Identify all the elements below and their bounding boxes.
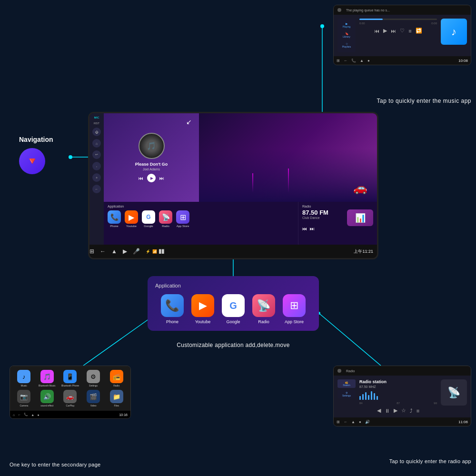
popup-sidebar: ▶Playing 🔖Library ☆Playlists: [337, 19, 356, 52]
rp-next-btn[interactable]: ▶: [394, 407, 397, 414]
power-btn[interactable]: ⏻: [92, 128, 101, 136]
vol-down-btn[interactable]: -: [92, 162, 101, 170]
rp-sb-circle-icon[interactable]: ●: [359, 420, 361, 424]
popup-call-icon[interactable]: 📞: [351, 59, 356, 63]
zoom-google[interactable]: G Google: [222, 294, 245, 324]
car-screen: MIC RST ⏻ ⌂ ↩ - + ← ↙ 🎵: [88, 112, 378, 259]
popup-statusbar: ⊞ ← 📞 ▲ ● 10:08: [334, 56, 471, 65]
sb-mic-icon[interactable]: 🎤: [133, 248, 140, 255]
zoom-radio-icon: 📡: [252, 294, 275, 317]
sec-camera[interactable]: 📷 Camera: [14, 390, 34, 407]
app-panel-zoom-caption: Customizable application add,delete.move: [148, 342, 319, 348]
home-ctrl-btn[interactable]: ⌂: [92, 139, 101, 148]
google-icon: G: [142, 210, 155, 224]
navigation-icon[interactable]: 🔻: [19, 148, 45, 174]
rp-list-btn[interactable]: ≡: [416, 408, 419, 414]
music-controls: ⏮ ▶ ⏭: [139, 174, 164, 182]
app-item-phone[interactable]: 📞 Phone: [108, 210, 121, 228]
app-item-google[interactable]: G Google: [142, 210, 155, 228]
rp-share-btn[interactable]: ⤴: [410, 408, 413, 414]
popup-album-art: ♪: [441, 19, 467, 45]
rp-sidebar-station[interactable]: 📻Station: [337, 379, 356, 388]
zoom-appstore[interactable]: ⊞ App Store: [283, 294, 306, 324]
svg-line-7: [319, 313, 381, 366]
sec-files[interactable]: 📁 Files: [106, 390, 127, 407]
zoom-youtube[interactable]: ▶ Youtube: [191, 294, 214, 324]
popup-home-icon[interactable]: ⊞: [337, 59, 340, 63]
sec-bt-music-label: Bluetooth Music: [39, 384, 56, 387]
next-btn[interactable]: ⏭: [159, 176, 164, 181]
rp-sb-vol-icon[interactable]: 🔊: [365, 420, 370, 424]
radio-popup-main: Radio station 87.50 MHZ 84 87 90 ◀ ⏸ ▶ ☆: [359, 379, 437, 414]
rp-pause-btn[interactable]: ⏸: [385, 408, 390, 414]
back-ctrl-btn[interactable]: ↩: [92, 150, 101, 159]
rp-sb-back-icon[interactable]: ←: [344, 420, 347, 424]
rp-fav-btn[interactable]: ☆: [401, 407, 406, 414]
radio-popup-scale: [359, 390, 437, 400]
sec-settings[interactable]: ⚙ Settings: [83, 370, 104, 387]
popup-progress-fill: [359, 19, 383, 20]
popup-back-icon[interactable]: ←: [344, 59, 347, 63]
radio-panel-title: Radio: [302, 205, 373, 208]
sb-play-icon[interactable]: ▶: [123, 248, 127, 255]
back2-btn[interactable]: ←: [92, 185, 101, 193]
play-btn[interactable]: ▶: [147, 174, 156, 182]
zoom-phone[interactable]: 📞 Phone: [161, 294, 184, 324]
sec-carplay[interactable]: 🚗 CarPlay: [60, 390, 80, 407]
freq-87: 87: [397, 402, 400, 405]
app-item-radio[interactable]: 📡 Radio: [159, 210, 172, 228]
sec-radio[interactable]: 📻 Radio: [106, 370, 127, 387]
popup-sidebar-playlists[interactable]: ☆Playlists: [339, 40, 354, 50]
prev-btn[interactable]: ⏮: [139, 176, 143, 181]
zoom-radio[interactable]: 📡 Radio: [252, 294, 275, 324]
app-item-youtube[interactable]: ▶ Youtube: [125, 210, 138, 228]
rp-sb-grid-icon[interactable]: ⊞: [337, 420, 340, 424]
sec-carplay-icon: 🚗: [63, 390, 77, 403]
sb-nav-icon[interactable]: ▲: [111, 248, 117, 255]
popup-next-icon[interactable]: ⏭: [391, 28, 396, 34]
wifi-icon: 📶: [152, 249, 157, 254]
sec-radio-label: Radio: [113, 384, 119, 387]
rp-sb-nav-icon[interactable]: ▲: [351, 420, 355, 424]
sec-music-label: Music: [21, 384, 27, 387]
scale-bar-5: [371, 391, 372, 400]
sec-bt-phone[interactable]: 📱 Bluetooth Phone: [60, 370, 80, 387]
music-note-icon: ♪: [451, 26, 456, 38]
scale-bar-2: [362, 394, 364, 400]
rp-sidebar-settings[interactable]: ⚙Settings: [337, 390, 356, 398]
vol-up-btn[interactable]: +: [92, 173, 101, 182]
popup-prev-icon[interactable]: ⏮: [374, 28, 379, 34]
statusbar-time: 上午11:21: [354, 248, 373, 255]
sec-music[interactable]: ♪ Music: [14, 370, 34, 387]
popup-play-icon[interactable]: ▶: [383, 28, 387, 34]
popup-radio-circle-icon[interactable]: ●: [367, 59, 370, 63]
popup-sidebar-playing[interactable]: ▶Playing: [339, 20, 354, 30]
radio-popup-freq: 87.50 MHZ: [359, 385, 437, 388]
radio-next-btn[interactable]: ⏭: [310, 226, 315, 231]
rp-prev-btn[interactable]: ◀: [377, 407, 381, 414]
radio-prev-btn[interactable]: ⏮: [302, 226, 307, 231]
sb-grid-icon[interactable]: ⊞: [89, 248, 94, 255]
popup-list-icon[interactable]: ≡: [408, 28, 411, 34]
sec-screen-inner: ♪ Music 🎵 Bluetooth Music 📱 Bluetooth Ph…: [10, 366, 130, 418]
navigation-label: Navigation: [19, 136, 53, 143]
popup-nav-icon[interactable]: ▲: [360, 59, 364, 63]
popup-topbar: The playing queue has no s...: [334, 5, 471, 15]
zoom-google-label: Google: [226, 319, 240, 324]
popup-sidebar-library[interactable]: 🔖Library: [339, 30, 354, 40]
sec-sound-icon: 🔊: [40, 390, 54, 403]
zoom-appstore-label: App Store: [285, 319, 304, 324]
sec-music-icon: ♪: [17, 370, 30, 383]
google-label: Google: [144, 225, 153, 228]
sec-bt-music[interactable]: 🎵 Bluetooth Music: [37, 370, 58, 387]
music-artist: Joel Adams: [143, 168, 160, 171]
sec-sound[interactable]: 🔊 sound effect: [37, 390, 58, 407]
sb-back-icon[interactable]: ←: [100, 248, 106, 255]
sec-app-grid: ♪ Music 🎵 Bluetooth Music 📱 Bluetooth Ph…: [10, 366, 130, 411]
sec-video[interactable]: 🎬 Video: [83, 390, 104, 407]
popup-like-icon[interactable]: ♡: [400, 28, 405, 34]
phone-icon: 📞: [108, 210, 121, 224]
popup-repeat-icon[interactable]: 🔁: [416, 28, 422, 34]
app-item-appstore[interactable]: ⊞ App Store: [176, 210, 189, 228]
popup-controls: ⏮ ▶ ⏭ ♡ ≡ 🔁: [359, 28, 437, 34]
